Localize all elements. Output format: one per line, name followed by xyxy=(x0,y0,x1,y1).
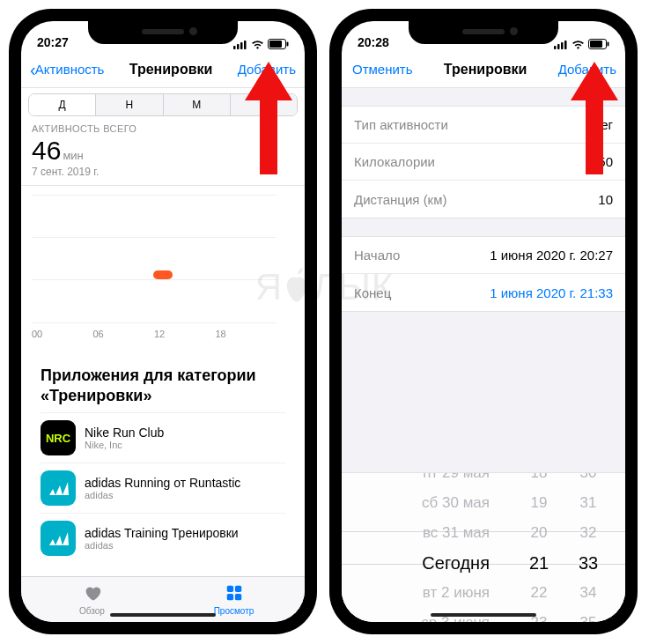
svg-rect-17 xyxy=(608,42,609,47)
date-time-picker[interactable]: пт 29 мая сб 30 мая вс 31 мая Сегодня вт… xyxy=(342,472,625,622)
svg-rect-11 xyxy=(554,46,557,49)
x-tick: 18 xyxy=(216,329,277,339)
app-row[interactable]: adidas Training Тренировки adidas xyxy=(41,513,285,563)
row-end[interactable]: Конец 1 июня 2020 г. 21:33 xyxy=(342,274,625,311)
svg-rect-1 xyxy=(237,44,240,49)
nav-title: Тренировки xyxy=(444,62,527,78)
notch xyxy=(409,21,558,44)
tab-label: Просмотр xyxy=(214,606,254,616)
picker-date-column[interactable]: пт 29 мая сб 30 мая вс 31 мая Сегодня вт… xyxy=(365,473,497,622)
row-key: Конец xyxy=(354,285,391,300)
app-row[interactable]: NRC Nike Run Club Nike, Inc xyxy=(41,412,285,463)
row-value: 10 xyxy=(598,192,613,207)
row-key: Начало xyxy=(354,248,400,263)
row-distance[interactable]: Дистанция (км) 10 xyxy=(342,181,625,218)
svg-rect-13 xyxy=(561,42,564,49)
svg-rect-6 xyxy=(287,42,289,47)
signal-icon xyxy=(233,40,247,49)
app-vendor: Nike, Inc xyxy=(85,440,164,450)
home-indicator[interactable] xyxy=(431,613,536,617)
svg-marker-18 xyxy=(245,62,292,174)
wifi-icon xyxy=(572,40,585,49)
svg-rect-0 xyxy=(233,46,236,49)
app-icon-nrc: NRC xyxy=(41,420,76,455)
annotation-arrow xyxy=(564,62,625,176)
app-icon-adidas xyxy=(41,521,76,556)
svg-rect-9 xyxy=(226,594,232,600)
app-vendor: adidas xyxy=(85,540,239,551)
svg-rect-3 xyxy=(244,41,247,49)
x-tick: 12 xyxy=(154,329,216,339)
signal-icon xyxy=(554,40,568,49)
row-value: 1 июня 2020 г. 20:27 xyxy=(490,248,613,263)
apps-section: Приложения для категории «Тренировки» NR… xyxy=(30,357,296,572)
battery-icon xyxy=(588,39,609,49)
total-unit: мин xyxy=(63,149,83,162)
form-group-time: Начало 1 июня 2020 г. 20:27 Конец 1 июня… xyxy=(342,236,625,312)
svg-rect-12 xyxy=(557,44,560,49)
nav-title: Тренировки xyxy=(129,62,213,78)
row-key: Килокалории xyxy=(354,154,435,169)
cancel-button[interactable]: Отменить xyxy=(352,62,413,77)
svg-rect-10 xyxy=(234,594,240,600)
wifi-icon xyxy=(251,40,264,49)
activity-chart: 00 06 12 18 xyxy=(21,186,305,344)
back-button[interactable]: ‹ Активность xyxy=(30,61,104,78)
status-time: 20:27 xyxy=(37,35,69,49)
annotation-arrow xyxy=(238,62,299,176)
home-indicator[interactable] xyxy=(110,613,216,617)
row-start[interactable]: Начало 1 июня 2020 г. 20:27 xyxy=(342,237,625,274)
picker-minute-column[interactable]: 30 31 32 33 34 35 xyxy=(564,473,613,622)
segment-week[interactable]: Н xyxy=(96,94,163,115)
picker-hour-column[interactable]: 18 19 20 21 22 23 xyxy=(514,473,564,622)
grid-icon xyxy=(225,583,244,604)
svg-rect-14 xyxy=(564,41,567,49)
app-name: adidas Training Тренировки xyxy=(85,526,239,540)
svg-rect-7 xyxy=(226,586,232,592)
svg-rect-16 xyxy=(590,41,602,48)
app-row[interactable]: adidas Running от Runtastic adidas xyxy=(41,463,285,513)
app-name: adidas Running от Runtastic xyxy=(85,476,240,490)
segment-month[interactable]: М xyxy=(164,94,231,115)
total-value: 46 xyxy=(32,136,61,165)
row-key: Дистанция (км) xyxy=(354,192,447,207)
back-label: Активность xyxy=(35,62,105,77)
chart-bar xyxy=(153,270,173,279)
app-name: Nike Run Club xyxy=(85,426,164,440)
segment-day[interactable]: Д xyxy=(29,94,96,115)
apps-header: Приложения для категории «Тренировки» xyxy=(41,366,285,405)
svg-marker-19 xyxy=(571,62,618,174)
battery-icon xyxy=(268,39,289,49)
heart-icon xyxy=(83,583,102,604)
app-icon-adidas xyxy=(41,470,76,506)
x-tick: 06 xyxy=(93,329,155,339)
row-value: 1 июня 2020 г. 21:33 xyxy=(490,285,613,300)
svg-rect-2 xyxy=(240,42,243,49)
x-tick: 00 xyxy=(32,329,93,339)
row-key: Тип активности xyxy=(354,117,448,132)
app-vendor: adidas xyxy=(85,490,240,500)
status-time: 20:28 xyxy=(358,35,389,49)
svg-rect-5 xyxy=(269,41,282,48)
notch xyxy=(88,21,238,44)
tab-label: Обзор xyxy=(79,606,105,616)
svg-rect-8 xyxy=(234,586,240,592)
